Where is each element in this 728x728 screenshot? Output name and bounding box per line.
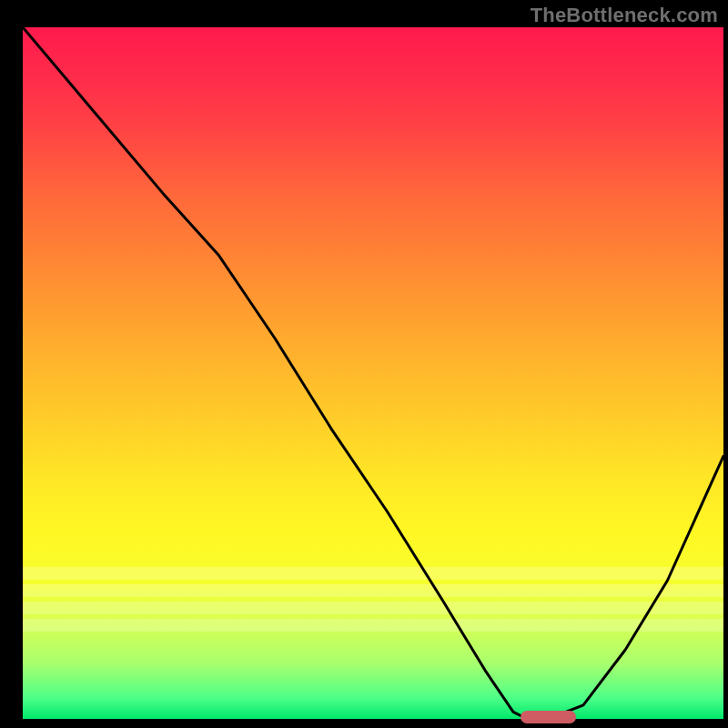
x-axis-baseline <box>23 723 723 725</box>
plot-area <box>23 27 723 719</box>
chart-frame: TheBottleneck.com <box>23 0 723 723</box>
pale-band-4 <box>23 619 723 632</box>
optimal-marker <box>521 711 577 723</box>
watermark-text: TheBottleneck.com <box>531 4 718 27</box>
pale-band-2 <box>23 584 723 597</box>
pale-band-3 <box>23 602 723 614</box>
bottleneck-curve <box>23 27 723 719</box>
pale-band-1 <box>23 567 723 580</box>
